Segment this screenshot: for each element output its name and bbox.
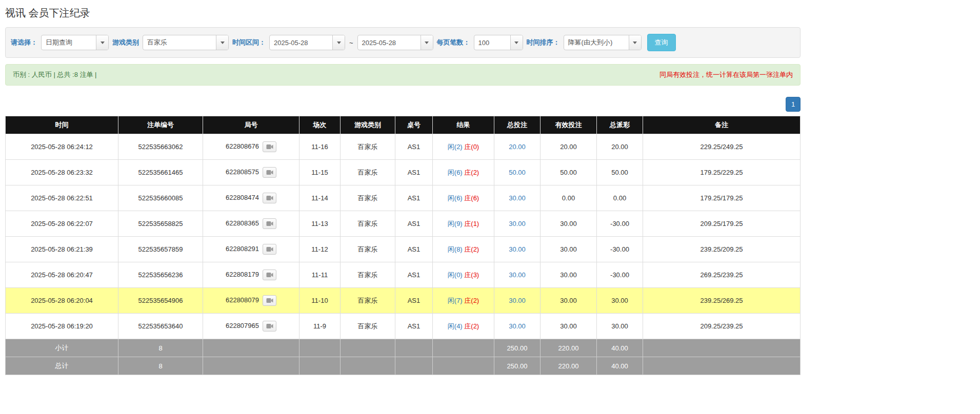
video-replay-button[interactable] xyxy=(263,321,276,332)
chevron-down-icon[interactable] xyxy=(629,35,641,50)
cell-result: 闲(9) 庄(1) xyxy=(433,211,494,237)
video-replay-button[interactable] xyxy=(263,295,276,306)
video-camera-icon xyxy=(266,298,273,303)
video-replay-button[interactable] xyxy=(263,141,276,152)
date-from-field[interactable]: 2025-05-28 xyxy=(269,35,345,50)
header-bet-id: 注单编号 xyxy=(118,116,203,134)
query-type-select[interactable]: 日期查询 xyxy=(41,35,109,50)
chevron-down-icon[interactable] xyxy=(332,35,345,50)
cell-round: 622807965 xyxy=(203,314,299,339)
cell-time: 2025-05-28 06:19:20 xyxy=(6,314,118,339)
video-camera-icon xyxy=(266,272,273,278)
cell-game-type: 百家乐 xyxy=(341,288,395,314)
cell-valid-bet: 30.00 xyxy=(541,237,597,262)
cell-result: 闲(0) 庄(3) xyxy=(433,262,494,288)
cell-total-bet: 30.00 xyxy=(494,185,541,211)
chevron-down-icon[interactable] xyxy=(216,35,228,50)
header-round: 局号 xyxy=(203,116,299,134)
sort-order-value: 降冪(由大到小) xyxy=(564,35,629,50)
subtotal-valid-bet: 220.00 xyxy=(541,339,597,357)
total-bet-link[interactable]: 30.00 xyxy=(509,194,526,202)
cell-time: 2025-05-28 06:20:47 xyxy=(6,262,118,288)
cell-total-bet: 20.00 xyxy=(494,134,541,160)
cell-time: 2025-05-28 06:21:39 xyxy=(6,237,118,262)
round-number: 622808365 xyxy=(226,219,259,227)
cell-time: 2025-05-28 06:24:12 xyxy=(6,134,118,160)
total-bet-link[interactable]: 30.00 xyxy=(509,297,526,304)
cell-game-type: 百家乐 xyxy=(341,211,395,237)
video-camera-icon xyxy=(266,246,273,252)
video-camera-icon xyxy=(266,221,273,226)
cell-bet-id: 522535656236 xyxy=(118,262,203,288)
total-label: 总计 xyxy=(6,357,118,375)
chevron-down-icon[interactable] xyxy=(510,35,523,50)
result-banker: 庄(2) xyxy=(464,322,479,330)
cell-note: 179.25/229.25 xyxy=(643,160,801,185)
result-banker: 庄(2) xyxy=(464,297,479,304)
search-button[interactable]: 查询 xyxy=(647,34,676,51)
chevron-down-icon[interactable] xyxy=(96,35,108,50)
date-to-field[interactable]: 2025-05-28 xyxy=(357,35,433,50)
cell-payout: 30.00 xyxy=(597,314,643,339)
table-row: 2025-05-28 06:22:51522535660085622808474… xyxy=(6,185,801,211)
cell-bet-id: 522535653640 xyxy=(118,314,203,339)
header-session: 场次 xyxy=(299,116,341,134)
cell-bet-id: 522535654906 xyxy=(118,288,203,314)
cell-round: 622808676 xyxy=(203,134,299,160)
cell-table-no: AS1 xyxy=(395,314,433,339)
cell-payout: -30.00 xyxy=(597,211,643,237)
cell-table-no: AS1 xyxy=(395,237,433,262)
cell-total-bet: 30.00 xyxy=(494,262,541,288)
video-replay-button[interactable] xyxy=(263,193,276,203)
sort-order-select[interactable]: 降冪(由大到小) xyxy=(564,35,642,50)
cell-note: 269.25/239.25 xyxy=(643,262,801,288)
round-number: 622808179 xyxy=(226,271,259,278)
round-number: 622808291 xyxy=(226,245,259,253)
total-bet-link[interactable]: 30.00 xyxy=(509,220,526,227)
cell-note: 239.25/269.25 xyxy=(643,288,801,314)
header-valid-bet: 有效投注 xyxy=(541,116,597,134)
video-replay-button[interactable] xyxy=(263,244,276,255)
result-player: 闲(9) xyxy=(448,220,463,227)
result-banker: 庄(2) xyxy=(464,169,479,176)
video-camera-icon xyxy=(266,195,273,201)
total-bet-link[interactable]: 30.00 xyxy=(509,245,526,253)
cell-round: 622808474 xyxy=(203,185,299,211)
cell-game-type: 百家乐 xyxy=(341,262,395,288)
cell-table-no: AS1 xyxy=(395,185,433,211)
cell-session: 11-15 xyxy=(299,160,341,185)
page-1-button[interactable]: 1 xyxy=(786,97,801,112)
filter-bar: 请选择： 日期查询 游戏类别 百家乐 时间区间： 2025-05-28 ~ 20… xyxy=(5,27,801,58)
page-size-select[interactable]: 100 xyxy=(474,35,523,50)
tilde-separator: ~ xyxy=(349,39,354,47)
cell-bet-id: 522535660085 xyxy=(118,185,203,211)
cell-bet-id: 522535658825 xyxy=(118,211,203,237)
total-bet-link[interactable]: 30.00 xyxy=(509,322,526,330)
total-bet-link[interactable]: 20.00 xyxy=(509,143,526,151)
video-replay-button[interactable] xyxy=(263,218,276,229)
cell-total-bet: 30.00 xyxy=(494,288,541,314)
cell-game-type: 百家乐 xyxy=(341,185,395,211)
video-replay-button[interactable] xyxy=(263,167,276,178)
total-bet-link[interactable]: 50.00 xyxy=(509,169,526,176)
date-from-value: 2025-05-28 xyxy=(270,35,332,50)
result-banker: 庄(2) xyxy=(464,245,479,253)
total-bet-link[interactable]: 30.00 xyxy=(509,271,526,279)
chevron-down-icon[interactable] xyxy=(421,35,433,50)
game-type-label: 游戏类别 xyxy=(112,38,139,47)
cell-valid-bet: 30.00 xyxy=(541,314,597,339)
video-replay-button[interactable] xyxy=(263,270,276,280)
round-number: 622807965 xyxy=(226,322,259,329)
total-empty-cell xyxy=(395,357,433,375)
result-player: 闲(4) xyxy=(448,322,463,330)
subtotal-total-bet: 250.00 xyxy=(494,339,541,357)
game-type-select[interactable]: 百家乐 xyxy=(143,35,229,50)
valid-bet-notice-text: 同局有效投注，统一计算在该局第一张注单内 xyxy=(659,70,793,79)
cell-game-type: 百家乐 xyxy=(341,134,395,160)
header-time: 时间 xyxy=(6,116,118,134)
query-type-value: 日期查询 xyxy=(42,35,96,50)
cell-valid-bet: 30.00 xyxy=(541,288,597,314)
cell-total-bet: 30.00 xyxy=(494,211,541,237)
subtotal-empty-cell xyxy=(395,339,433,357)
total-total-bet: 250.00 xyxy=(494,357,541,375)
